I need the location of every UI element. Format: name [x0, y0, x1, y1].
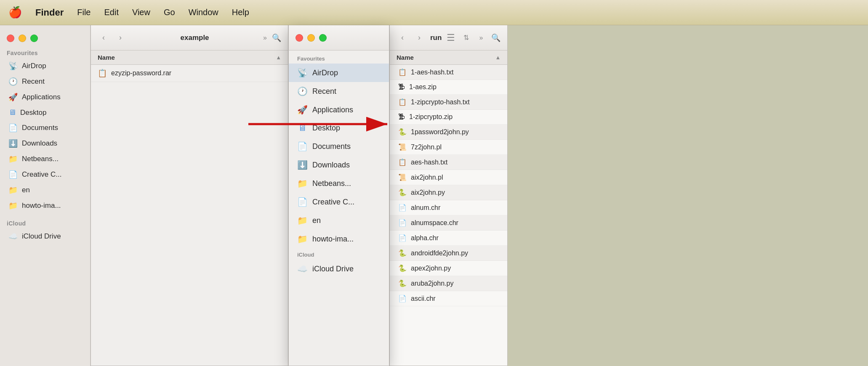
downloads-icon: ⬇️	[8, 139, 18, 148]
file-icon-right: 🐍	[398, 249, 407, 257]
sidebar-item-howto[interactable]: 📁 howto-ima...	[2, 198, 88, 213]
back-button-2[interactable]: ‹	[397, 32, 408, 44]
popup-item-desktop[interactable]: 🖥 Desktop	[289, 119, 389, 137]
menu-go[interactable]: Go	[164, 8, 175, 17]
sidebar-downloads-label: Downloads	[22, 139, 57, 148]
file-row-right[interactable]: 🐍androidfde2john.py	[390, 246, 507, 261]
popup-netbeans-label: Netbeans...	[312, 179, 351, 188]
file-icon-right: 🗜	[398, 83, 405, 91]
sidebar-item-applications[interactable]: 🚀 Applications	[2, 90, 88, 105]
file-name-right: 1-aes.zip	[409, 83, 437, 91]
applications-icon: 🚀	[8, 93, 18, 102]
popup-min-button[interactable]	[307, 34, 315, 42]
file-name-right: 1-zipcrypto.zip	[409, 113, 453, 121]
airdrop-icon: 📡	[8, 61, 18, 71]
popup-item-howto[interactable]: 📁 howto-ima...	[289, 230, 389, 248]
file-icon-right: 📜	[398, 143, 407, 151]
file-name-right: androidfde2john.py	[411, 249, 468, 257]
sidebar-item-airdrop[interactable]: 📡 AirDrop	[2, 58, 88, 74]
menu-view[interactable]: View	[132, 8, 150, 17]
sidebar-item-en[interactable]: 📁 en	[2, 183, 88, 198]
file-row-right[interactable]: 🐍apex2john.py	[390, 261, 507, 276]
recent-icon: 🕐	[8, 77, 18, 86]
sort-indicator-2: ▲	[495, 54, 501, 61]
window1-title: example	[131, 34, 258, 42]
file-row-right[interactable]: 📜aix2john.pl	[390, 170, 507, 185]
file-row-right[interactable]: 📄alnumspace.chr	[390, 215, 507, 231]
back-button-1[interactable]: ‹	[98, 32, 109, 44]
popup-item-icloud[interactable]: ☁️ iCloud Drive	[289, 260, 389, 278]
file-row-right[interactable]: 📜7z2john.pl	[390, 140, 507, 155]
popup-downloads-label: Downloads	[312, 161, 350, 170]
file-row-right[interactable]: 📄ascii.chr	[390, 291, 507, 306]
popup-recent-label: Recent	[312, 87, 336, 96]
menu-file[interactable]: File	[77, 8, 91, 17]
sidebar-howto-label: howto-ima...	[22, 202, 61, 210]
sidebar-item-icloud[interactable]: ☁️ iCloud Drive	[2, 229, 88, 244]
file-icon-right: 🐍	[398, 188, 407, 196]
popup-window: Favourites 📡 AirDrop 🕐 Recent 🚀 Applicat…	[288, 25, 389, 366]
list-view-icon[interactable]: ☰	[447, 32, 455, 43]
window-controls	[0, 29, 90, 47]
file-name-right: ascii.chr	[411, 295, 436, 302]
popup-howto-label: howto-ima...	[312, 235, 354, 244]
chevron-down-icon-2: »	[479, 34, 483, 42]
finder-content-1: 📋 ezyzip-password.rar	[91, 65, 288, 366]
file-icon-right: 📋	[398, 158, 407, 166]
sidebar-applications-label: Applications	[22, 93, 61, 101]
file-row-right[interactable]: 📋1-zipcrypto-hash.txt	[390, 95, 507, 110]
popup-netbeans-icon: 📁	[297, 178, 307, 188]
popup-item-netbeans[interactable]: 📁 Netbeans...	[289, 174, 389, 193]
popup-item-downloads[interactable]: ⬇️ Downloads	[289, 156, 389, 174]
file-row-right[interactable]: 🐍1password2john.py	[390, 125, 507, 140]
popup-close-button[interactable]	[296, 34, 303, 42]
menu-edit[interactable]: Edit	[104, 8, 118, 17]
file-row-right[interactable]: 📄alnum.chr	[390, 200, 507, 215]
file-name-right: 1-zipcrypto-hash.txt	[411, 98, 470, 106]
forward-button-1[interactable]: ›	[114, 32, 126, 44]
popup-item-airdrop[interactable]: 📡 AirDrop	[289, 64, 389, 82]
popup-applications-label: Applications	[312, 106, 353, 114]
file-row-right[interactable]: 🐍aruba2john.py	[390, 276, 507, 291]
file-name-right: 1-aes-hash.txt	[411, 69, 453, 76]
search-icon-2[interactable]: 🔍	[491, 33, 501, 42]
sidebar-item-documents[interactable]: 📄 Documents	[2, 120, 88, 135]
popup-en-label: en	[312, 216, 321, 225]
sidebar-item-creative[interactable]: 📄 Creative C...	[2, 167, 88, 182]
creative-icon: 📄	[8, 170, 18, 179]
app-name: Finder	[35, 7, 64, 18]
file-row-right[interactable]: 📄alpha.chr	[390, 231, 507, 246]
sidebar-desktop-label: Desktop	[20, 109, 46, 117]
file-row-rar[interactable]: 📋 ezyzip-password.rar	[91, 65, 288, 82]
sidebar-item-netbeans[interactable]: 📁 Netbeans...	[2, 151, 88, 167]
sidebar-en-label: en	[22, 186, 30, 194]
popup-max-button[interactable]	[319, 34, 327, 42]
sidebar-item-recent[interactable]: 🕐 Recent	[2, 74, 88, 89]
popup-item-creative[interactable]: 📄 Creative C...	[289, 193, 389, 211]
popup-item-recent[interactable]: 🕐 Recent	[289, 82, 389, 101]
file-icon-right: 📄	[398, 294, 407, 302]
sidebar-netbeans-label: Netbeans...	[22, 155, 59, 163]
apple-menu[interactable]: 🍎	[8, 6, 22, 19]
file-row-right[interactable]: 📋aes-hash.txt	[390, 155, 507, 170]
minimize-button[interactable]	[19, 34, 26, 42]
close-button[interactable]	[7, 34, 14, 42]
menu-window[interactable]: Window	[189, 8, 218, 17]
sidebar-item-downloads[interactable]: ⬇️ Downloads	[2, 136, 88, 151]
sidebar-airdrop-label: AirDrop	[22, 62, 46, 70]
sidebar-item-desktop[interactable]: 🖥 Desktop	[2, 105, 88, 120]
file-row-right[interactable]: 🗜1-zipcrypto.zip	[390, 110, 507, 125]
forward-button-2[interactable]: ›	[413, 32, 425, 44]
file-row-right[interactable]: 📋1-aes-hash.txt	[390, 65, 507, 80]
search-icon-1[interactable]: 🔍	[272, 33, 281, 42]
popup-item-en[interactable]: 📁 en	[289, 211, 389, 230]
popup-item-documents[interactable]: 📄 Documents	[289, 137, 389, 156]
sort-icon[interactable]: ⇅	[463, 34, 469, 42]
file-icon-right: 🐍	[398, 128, 407, 136]
file-row-right[interactable]: 🐍aix2john.py	[390, 185, 507, 200]
icloud-label: iCloud	[0, 217, 90, 228]
popup-item-applications[interactable]: 🚀 Applications	[289, 101, 389, 119]
file-row-right[interactable]: 🗜1-aes.zip	[390, 80, 507, 95]
maximize-button[interactable]	[30, 34, 38, 42]
menu-help[interactable]: Help	[232, 8, 249, 17]
